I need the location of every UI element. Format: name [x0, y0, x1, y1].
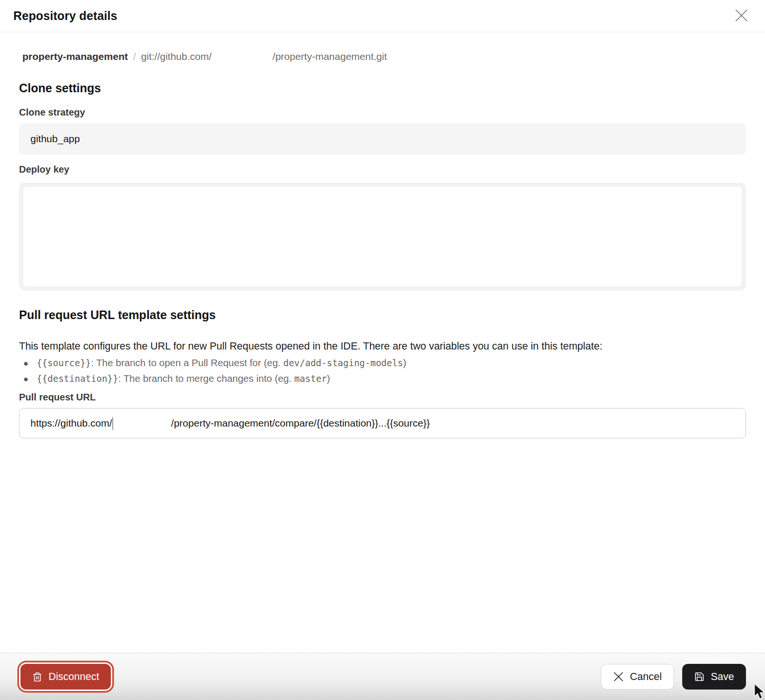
- pr-template-description: This template configures the URL for new…: [19, 339, 746, 353]
- variable-source-suffix: ): [403, 357, 406, 368]
- bullet-icon: ●: [23, 372, 29, 387]
- variable-destination-text: : The branch to merge changes into (eg.: [118, 373, 294, 384]
- clone-strategy-field: github_app: [19, 123, 746, 155]
- deploy-key-textarea[interactable]: [23, 187, 742, 286]
- trash-icon: [32, 671, 42, 682]
- breadcrumb-url-prefix: git://github.com/: [141, 51, 212, 62]
- breadcrumb-url-suffix: /property-management.git: [273, 51, 387, 62]
- cancel-button[interactable]: Cancel: [601, 664, 674, 690]
- modal-header: Repository details: [0, 0, 765, 32]
- cancel-x-icon: [613, 671, 624, 682]
- pull-request-url-input[interactable]: https://github.com//property-management/…: [19, 408, 746, 438]
- save-floppy-icon: [694, 671, 705, 682]
- pull-request-url-prefix: https://github.com/: [30, 418, 112, 429]
- modal-title: Repository details: [13, 9, 118, 23]
- pr-template-variable-list: ● {{source}}: The branch to open a Pull …: [19, 355, 746, 387]
- text-caret: [112, 417, 113, 430]
- variable-destination-suffix: ): [327, 373, 330, 384]
- breadcrumb-separator: /: [133, 51, 136, 62]
- variable-source-code: {{source}}: [37, 358, 91, 368]
- modal-content: property-management / git://github.com/ …: [0, 32, 765, 653]
- repository-details-modal: Repository details property-management /…: [0, 0, 765, 700]
- cancel-button-label: Cancel: [630, 671, 662, 683]
- disconnect-button[interactable]: Disconnect: [20, 664, 111, 690]
- clone-settings-heading: Clone settings: [19, 81, 746, 95]
- breadcrumb-repo-name: property-management: [22, 51, 128, 62]
- variable-source-example: dev/add-staging-models: [283, 358, 403, 368]
- list-item: ● {{source}}: The branch to open a Pull …: [19, 355, 746, 371]
- save-button[interactable]: Save: [682, 664, 746, 690]
- pull-request-url-label: Pull request URL: [19, 391, 746, 403]
- close-button[interactable]: [732, 7, 751, 26]
- list-item: ● {{destination}}: The branch to merge c…: [19, 371, 746, 387]
- breadcrumb: property-management / git://github.com/ …: [19, 51, 746, 62]
- save-button-label: Save: [711, 671, 734, 683]
- deploy-key-label: Deploy key: [19, 164, 746, 175]
- clone-strategy-value: github_app: [30, 133, 80, 145]
- variable-destination-code: {{destination}}: [37, 373, 118, 384]
- clone-strategy-label: Clone strategy: [19, 107, 746, 118]
- mouse-cursor: [754, 684, 765, 700]
- modal-footer: Disconnect Cancel Save: [0, 653, 765, 700]
- pull-request-url-suffix: /property-management/compare/{{destinati…: [171, 418, 430, 429]
- pr-template-heading: Pull request URL template settings: [19, 308, 746, 322]
- variable-source-text: : The branch to open a Pull Request for …: [91, 357, 283, 368]
- close-icon: [735, 9, 748, 23]
- variable-destination-example: master: [294, 373, 327, 384]
- deploy-key-field-frame: [19, 183, 746, 291]
- bullet-icon: ●: [23, 356, 29, 371]
- disconnect-button-label: Disconnect: [49, 671, 99, 683]
